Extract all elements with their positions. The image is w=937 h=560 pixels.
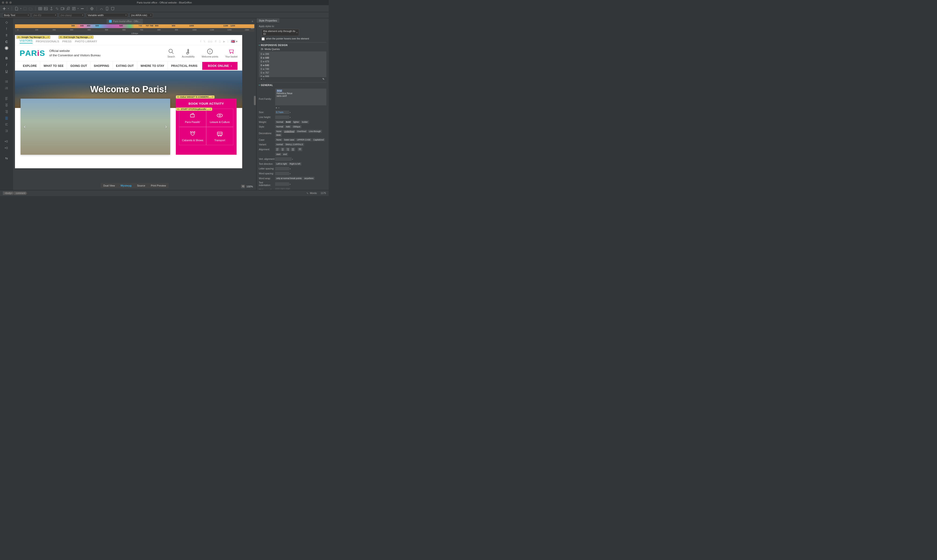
- view-wysiwyg[interactable]: Wysiwyg: [118, 183, 134, 188]
- site-logo[interactable]: PARiS: [20, 49, 45, 58]
- header-search[interactable]: Search: [168, 48, 175, 58]
- align-left-icon[interactable]: [5, 96, 9, 100]
- font-family-list[interactable]: Arial Helvetica Neue sans-serif: [275, 89, 326, 105]
- booking-transport[interactable]: Transport: [206, 127, 233, 145]
- twitter-icon[interactable]: 𝕏: [203, 40, 206, 43]
- css-icon[interactable]: [111, 7, 115, 11]
- link-icon[interactable]: [55, 7, 59, 11]
- comment-marker[interactable]: <!-- End Google Tag Manage...-->: [58, 35, 94, 39]
- id-combo[interactable]: (no ID)▾: [32, 13, 57, 17]
- anchor-icon[interactable]: [49, 7, 53, 11]
- breadcrumb-comment[interactable]: comment: [14, 191, 27, 195]
- bullet-list-icon[interactable]: [5, 80, 9, 84]
- document-tab[interactable]: Paris tourist office - Offic...: [106, 19, 143, 24]
- youtube-icon[interactable]: ▶: [223, 40, 225, 43]
- carousel-prev-icon[interactable]: ‹: [24, 123, 26, 130]
- nav-goingout[interactable]: GOING OUT: [67, 62, 91, 70]
- lineheight-input[interactable]: [275, 115, 289, 119]
- nav-wheretostay[interactable]: WHERE TO STAY: [137, 62, 168, 70]
- align-center-icon[interactable]: [5, 103, 9, 107]
- word-spacing-input[interactable]: [275, 172, 289, 175]
- image-icon[interactable]: [44, 7, 48, 11]
- apply-styles-combo[interactable]: this element only through its ID▾: [262, 29, 299, 36]
- comment-marker[interactable]: <!--Debut WIDGET E-COMMERC...-->: [176, 95, 215, 98]
- size-input[interactable]: [275, 111, 289, 114]
- swatch-icon[interactable]: [5, 46, 8, 50]
- save-icon[interactable]: [23, 7, 27, 11]
- resize-grip-icon[interactable]: ⤡: [306, 192, 308, 194]
- booking-passlib[interactable]: Paris Passlib': [179, 109, 206, 127]
- folder-icon[interactable]: [29, 7, 32, 11]
- section-responsive[interactable]: RESPONSIVE DESIGN: [259, 44, 326, 46]
- wysiwyg-canvas[interactable]: <!-- Google Tag Manager (n...--> <!-- En…: [15, 35, 242, 168]
- topnav-professionals[interactable]: PROFESSIONALS: [36, 40, 59, 43]
- font-combo[interactable]: Variable width▾: [86, 13, 128, 17]
- nav-shopping[interactable]: SHOPPING: [91, 62, 113, 70]
- wrap-buttons[interactable]: only at normal break pointsanywhere: [275, 177, 326, 180]
- hr-icon[interactable]: [80, 7, 84, 11]
- audio-icon[interactable]: [66, 7, 70, 11]
- nav-whattosee[interactable]: WHAT TO SEE: [40, 62, 67, 70]
- indent-icon[interactable]: [5, 146, 9, 150]
- embed-icon[interactable]: ◇: [5, 20, 9, 24]
- comment-marker[interactable]: <!-- START OTCPOtcpBundle:...-->: [176, 108, 212, 111]
- view-source[interactable]: Source: [134, 183, 148, 188]
- book-online-button[interactable]: BOOK ONLINE›: [202, 62, 237, 70]
- editor-scrollbar[interactable]: [254, 35, 256, 190]
- weight-buttons[interactable]: NormalBoldlighterbolder: [275, 120, 326, 124]
- hover-checkbox[interactable]: when the pointer hovers over the element: [262, 37, 326, 40]
- font-remove-button[interactable]: −: [278, 106, 279, 109]
- valign-input[interactable]: [275, 157, 292, 161]
- section-general[interactable]: GENERAL: [259, 84, 326, 86]
- align-right-icon[interactable]: [5, 109, 9, 114]
- variant-buttons[interactable]: normalSMALL CAPITALS: [275, 143, 326, 146]
- zoom-reset-icon[interactable]: ⟲: [241, 185, 245, 188]
- tripadvisor-icon[interactable]: ◎◎: [208, 40, 212, 43]
- video-icon[interactable]: [61, 7, 65, 11]
- number-list-icon[interactable]: 123: [5, 86, 9, 90]
- align-extra2-icon[interactable]: [5, 129, 9, 133]
- mq-add-button[interactable]: +: [261, 78, 262, 80]
- align-extra1-icon[interactable]: [5, 123, 9, 127]
- facebook-icon[interactable]: f: [200, 40, 201, 43]
- breakpoint-bar[interactable]: 399 449 450 500 640 749 767 768 800 900 …: [15, 24, 254, 28]
- language-flag[interactable]: 🇬🇧 ▾: [231, 40, 237, 43]
- aria-combo[interactable]: (no ARIA role)▾: [129, 13, 153, 17]
- header-welcome[interactable]: iWelcome points: [202, 48, 218, 58]
- mobile-icon[interactable]: [105, 7, 109, 11]
- table-icon[interactable]: [38, 7, 42, 11]
- topnav-photo[interactable]: PHOTO LIBRARY: [75, 40, 97, 43]
- writing-mode-buttons[interactable]: ↴↳↲: [275, 188, 326, 189]
- view-print[interactable]: Print Preview: [148, 183, 169, 188]
- globe-icon[interactable]: [90, 7, 94, 11]
- textdir-buttons[interactable]: Left to rightRight to left: [275, 162, 326, 166]
- nav-practical[interactable]: PRACTICAL PARIS: [168, 62, 201, 70]
- nav-explore[interactable]: EXPLORE: [20, 62, 40, 70]
- mq-remove-button[interactable]: −: [263, 78, 265, 80]
- element-combo[interactable]: Body Text▾: [2, 13, 31, 17]
- form-icon[interactable]: [72, 7, 76, 11]
- style-buttons[interactable]: NormalItalicOblique: [275, 125, 326, 128]
- svg-icon[interactable]: [100, 7, 103, 11]
- booking-cabarets[interactable]: Cabarets & Shows: [179, 127, 206, 145]
- comment-marker[interactable]: <!-- Google Tag Manager (n...-->: [16, 35, 50, 39]
- underline-icon[interactable]: U: [5, 69, 9, 73]
- horizontal-ruler[interactable]: 0 100 200 300 400 500 600 700 800 900 10…: [15, 28, 254, 32]
- font-add-button[interactable]: +: [275, 106, 277, 109]
- dropper-icon[interactable]: !: [5, 27, 9, 31]
- mq-edit-button[interactable]: ✎: [322, 78, 325, 81]
- booking-leisure[interactable]: Leisure & Culture: [206, 109, 233, 127]
- hero-carousel[interactable]: ‹ ›: [21, 98, 170, 155]
- outdent-icon[interactable]: [5, 139, 9, 143]
- breadcrumb-body[interactable]: <body>: [3, 191, 14, 195]
- case-buttons[interactable]: Nonelower caseUPPER CASECapitalized: [275, 138, 326, 142]
- comment-tool-icon[interactable]: C: [5, 40, 9, 44]
- topnav-visitors[interactable]: VISITORS: [20, 39, 32, 43]
- alignment-buttons[interactable]: [275, 148, 326, 151]
- paint-icon[interactable]: ‼: [5, 33, 9, 37]
- nav-eatingout[interactable]: EATING OUT: [113, 62, 137, 70]
- topnav-press[interactable]: PRESS: [62, 40, 72, 43]
- view-dual[interactable]: Dual View: [100, 183, 118, 188]
- new-menu-icon[interactable]: [2, 7, 6, 11]
- indent-input[interactable]: [275, 182, 289, 186]
